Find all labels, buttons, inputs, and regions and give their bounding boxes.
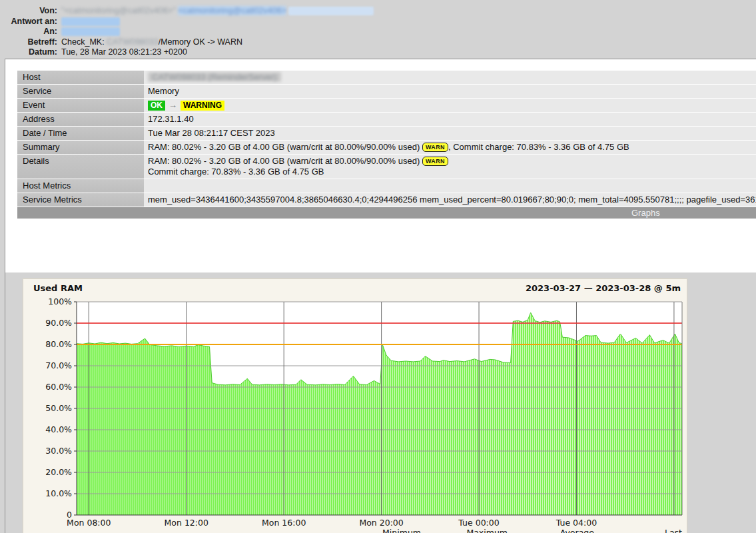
redacted-sender-quoted: "<catmonitoring@catl02v406>" — [61, 6, 176, 15]
svg-text:Tue 04:00: Tue 04:00 — [556, 518, 597, 528]
details-row-label: Details — [17, 155, 144, 179]
redacted-sender-block — [288, 7, 374, 15]
event-value: OK→WARNING — [144, 99, 756, 112]
graphs-section-title: Graphs — [631, 208, 660, 218]
summary-row-label: Summary — [17, 141, 144, 154]
svg-text:Mon 20:00: Mon 20:00 — [359, 518, 403, 528]
email-to-row: An: — [0, 27, 756, 37]
svg-text:Mon 12:00: Mon 12:00 — [165, 518, 208, 528]
email-notification-view: { "email": { "from_label": "Von:", "from… — [0, 0, 756, 533]
event-row-label: Event — [17, 99, 144, 112]
address-row-label: Address — [17, 113, 144, 126]
svg-text:70.0%: 70.0% — [45, 360, 72, 370]
service-metrics-value: mem_used=3436441600;3435597004.8;3865046… — [144, 193, 756, 207]
from-value-redacted: "<catmonitoring@catl02v406>" <catmonitor… — [61, 6, 374, 17]
notification-table: Host CATW098033 (ReminderServer) Service… — [17, 71, 756, 207]
date-label: Datum: — [0, 47, 57, 58]
svg-text:80.0%: 80.0% — [45, 339, 72, 349]
state-transition-arrow-icon: → — [169, 100, 177, 110]
svg-text:60.0%: 60.0% — [45, 382, 72, 392]
email-subject-row: Betreff: Check_MK: CATW098033/Memory OK … — [0, 37, 756, 48]
svg-text:40.0%: 40.0% — [45, 424, 72, 434]
warn-pill-badge: WARN — [422, 143, 448, 152]
table-row-summary: Summary RAM: 80.02% - 3.20 GB of 4.00 GB… — [17, 141, 756, 154]
to-label: An: — [0, 27, 57, 37]
used-ram-graph-panel: Used RAM 2023-03-27 — 2023-03-28 @ 5m 01… — [23, 278, 687, 533]
redacted-hostname: CATW098033 — [107, 37, 159, 47]
ram-usage-chart: 010.0%20.0%30.0%40.0%50.0%60.0%70.0%80.0… — [23, 279, 688, 533]
table-row-service-metrics: Service Metrics mem_used=3436441600;3435… — [17, 193, 756, 207]
warn-pill-badge: WARN — [422, 157, 448, 166]
datetime-row-label: Date / Time — [17, 127, 144, 140]
email-body: Host CATW098033 (ReminderServer) Service… — [5, 59, 756, 533]
table-row-host: Host CATW098033 (ReminderServer) — [17, 71, 756, 84]
datetime-value: Tue Mar 28 08:21:17 CEST 2023 — [144, 127, 756, 140]
graph-legend: Minimum Maximum Average Last RAM used % … — [61, 527, 682, 533]
legend-header-average: Average — [508, 528, 594, 533]
svg-text:20.0%: 20.0% — [45, 467, 72, 477]
table-row-host-metrics: Host Metrics — [17, 179, 756, 193]
legend-header-row: Minimum Maximum Average Last — [61, 527, 682, 533]
host-metrics-row-label: Host Metrics — [17, 179, 144, 193]
email-replyto-row: Antwort an: — [0, 17, 756, 27]
warning-state-badge: WARNING — [181, 101, 224, 111]
summary-value: RAM: 80.02% - 3.20 GB of 4.00 GB (warn/c… — [144, 141, 756, 154]
host-row-label: Host — [17, 71, 144, 84]
ok-state-badge: OK — [148, 101, 165, 111]
svg-text:50.0%: 50.0% — [45, 403, 72, 413]
table-row-details: Details RAM: 80.02% - 3.20 GB of 4.00 GB… — [17, 155, 756, 179]
service-metrics-row-label: Service Metrics — [17, 193, 144, 207]
legend-header-last: Last — [594, 528, 682, 533]
graphs-section-header: Graphs — [17, 207, 756, 219]
redacted-sender-address: <catmonitoring@catl02v406> — [178, 6, 286, 15]
svg-text:90.0%: 90.0% — [45, 318, 72, 328]
legend-header-maximum: Maximum — [421, 528, 508, 533]
email-date-row: Datum: Tue, 28 Mar 2023 08:21:23 +0200 — [0, 47, 756, 58]
redacted-host-value: CATW098033 (ReminderServer) — [148, 72, 281, 82]
email-from-row: Von: "<catmonitoring@catl02v406>" <catmo… — [0, 6, 756, 17]
table-row-event: Event OK→WARNING — [17, 99, 756, 112]
address-value: 172.31.1.40 — [144, 113, 756, 126]
email-header: Von: "<catmonitoring@catl02v406>" <catmo… — [0, 0, 756, 59]
redacted-to-block — [61, 27, 120, 36]
host-metrics-value — [144, 179, 756, 193]
svg-text:Mon 16:00: Mon 16:00 — [262, 518, 306, 528]
subject-value: Check_MK: CATW098033/Memory OK -> WARN — [61, 37, 242, 48]
from-label: Von: — [0, 6, 57, 17]
replyto-label: Antwort an: — [0, 17, 57, 27]
svg-text:10.0%: 10.0% — [45, 488, 72, 498]
legend-header-minimum: Minimum — [334, 528, 421, 533]
service-row-label: Service — [17, 85, 144, 98]
table-row-address: Address 172.31.1.40 — [17, 113, 756, 126]
svg-text:30.0%: 30.0% — [45, 446, 72, 456]
svg-text:Tue 00:00: Tue 00:00 — [458, 518, 499, 528]
table-row-service: Service Memory — [17, 85, 756, 98]
service-value: Memory — [144, 85, 756, 98]
subject-label: Betreff: — [0, 37, 57, 48]
svg-text:Mon 08:00: Mon 08:00 — [67, 518, 111, 528]
svg-text:100%: 100% — [48, 296, 72, 306]
redacted-replyto-block — [61, 17, 120, 26]
table-row-datetime: Date / Time Tue Mar 28 08:21:17 CEST 202… — [17, 127, 756, 140]
date-value: Tue, 28 Mar 2023 08:21:23 +0200 — [61, 47, 187, 58]
graph-section: Used RAM 2023-03-27 — 2023-03-28 @ 5m 01… — [5, 272, 756, 533]
details-value: RAM: 80.02% - 3.20 GB of 4.00 GB (warn/c… — [144, 155, 756, 179]
